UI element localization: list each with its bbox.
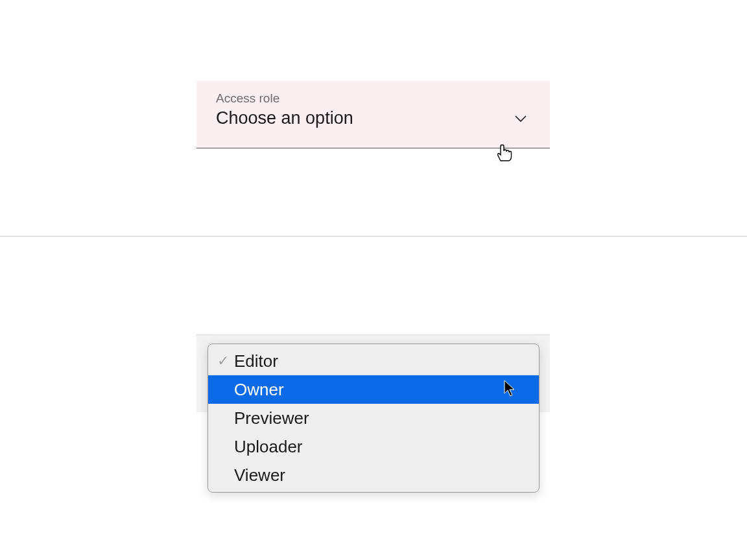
check-icon-slot: ✓ [217,354,234,368]
chevron-down-icon [514,111,528,126]
dropdown-option-owner[interactable]: Owner [208,375,539,404]
dropdown-value-row: Choose an option [216,108,530,128]
option-label: Previewer [234,408,309,428]
dropdown-option-uploader[interactable]: Uploader [208,432,539,461]
dropdown-label: Access role [216,91,530,106]
dropdown-placeholder: Choose an option [216,108,353,128]
dropdown-field[interactable]: Access role Choose an option [196,81,550,148]
dropdown-menu[interactable]: ✓ Editor Owner Previewer Uploader Viewer [208,344,540,493]
option-label: Editor [234,351,278,371]
option-label: Viewer [234,465,285,485]
dropdown-option-editor[interactable]: ✓ Editor [208,347,539,375]
section-divider [0,236,747,237]
option-label: Owner [234,380,284,400]
dropdown-option-previewer[interactable]: Previewer [208,404,539,432]
check-icon: ✓ [217,354,229,368]
option-label: Uploader [234,437,303,457]
dropdown-option-viewer[interactable]: Viewer [208,461,539,489]
